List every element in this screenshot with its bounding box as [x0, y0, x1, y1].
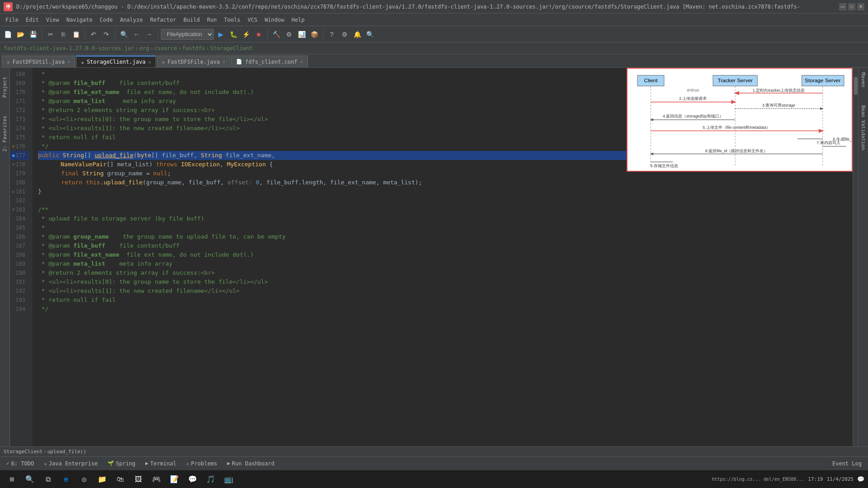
edge-browser[interactable]: e — [58, 472, 74, 487]
code-line-181: } — [38, 187, 853, 196]
toolbar-notifications[interactable]: 🔔 — [351, 28, 363, 40]
close-button[interactable]: ✕ — [857, 3, 864, 10]
tab-fdfs-conf-close[interactable]: ✕ — [300, 59, 303, 64]
maximize-button[interactable]: □ — [848, 3, 855, 10]
breadcrumb-storageclient[interactable]: StorageClient — [210, 45, 253, 52]
search-taskbar-icon: 🔍 — [25, 475, 34, 484]
toolbar-new[interactable]: 📄 — [2, 28, 14, 40]
menu-analyze[interactable]: Analyze — [116, 15, 146, 25]
breadcrumb-org[interactable]: org — [139, 45, 149, 52]
toolbar-profile[interactable]: ⚡ — [240, 28, 252, 40]
bottom-tab-spring[interactable]: 🌱 Spring — [103, 458, 140, 469]
bottom-tab-java-enterprise[interactable]: ☕ Java Enterprise — [39, 458, 102, 469]
toolbar-search2[interactable]: 🔍 — [364, 28, 376, 40]
minimize-button[interactable]: — — [839, 3, 846, 10]
code-content[interactable]: * * @param file_buff file content/buff *… — [33, 68, 853, 446]
toolbar-settings[interactable]: ⚙ — [339, 28, 350, 40]
menu-edit[interactable]: Edit — [22, 15, 42, 25]
toolbar-build2[interactable]: 🔨 — [270, 28, 282, 40]
toolbar-back[interactable]: ← — [131, 28, 142, 40]
taskbar-search[interactable]: 🔍 — [22, 472, 38, 487]
toolbar-find[interactable]: 🔍 — [118, 28, 130, 40]
bottom-tab-problems[interactable]: ⚠ Problems — [182, 458, 222, 469]
store-app[interactable]: 🛍 — [112, 472, 128, 487]
menu-navigate[interactable]: Navigate — [63, 15, 96, 25]
svg-text:9.存储文件信息: 9.存储文件信息 — [650, 164, 678, 168]
toolbar-help1[interactable]: ? — [326, 28, 338, 40]
toolbar: 📄 📂 💾 ✂ ⎘ 📋 ↶ ↷ 🔍 ← → FileApplication ▶ … — [0, 26, 868, 42]
menu-file[interactable]: File — [2, 15, 22, 25]
toolbar-more2[interactable]: 📊 — [296, 28, 307, 40]
code-line-191: * <ul><li>results[0]: the group name to … — [38, 277, 853, 286]
bc-storageclient[interactable]: StorageClient — [4, 449, 42, 455]
bean-validation-toggle[interactable]: Bean Validation — [860, 105, 866, 150]
tab-fastdfsutil-close[interactable]: ✕ — [67, 59, 70, 64]
file-explorer[interactable]: 📁 — [94, 472, 110, 487]
toolbar-undo[interactable]: ↶ — [88, 28, 99, 40]
toolbar-save[interactable]: 💾 — [27, 28, 39, 40]
bottom-tab-run-dashboard[interactable]: ▶ Run Dashboard — [222, 458, 279, 469]
menu-run[interactable]: Run — [203, 15, 221, 25]
run-config-dropdown[interactable]: FileApplication — [161, 29, 214, 40]
editor[interactable]: 168 169 170 171 172 173 174 175 — [10, 68, 868, 446]
app-5[interactable]: 📺 — [221, 472, 237, 487]
app3-icon: 💬 — [188, 475, 197, 484]
app-2[interactable]: 📝 — [166, 472, 183, 487]
taskbar-time[interactable]: 17:19 — [808, 476, 823, 482]
tab-java-icon2: ☕ — [81, 59, 84, 65]
menu-code[interactable]: Code — [96, 15, 117, 25]
bc-method[interactable]: upload_file() — [47, 449, 86, 455]
menu-build[interactable]: Build — [180, 15, 203, 25]
tab-fastdfsfile-close[interactable]: ✕ — [222, 59, 225, 64]
toolbar-copy[interactable]: ⎘ — [57, 28, 69, 40]
breadcrumb-jar[interactable]: fastdfs-client-java-1.27.0.0-sources.jar — [4, 45, 134, 52]
notification-center[interactable]: 💬 — [857, 476, 864, 483]
start-button[interactable]: ⊞ — [4, 472, 20, 487]
toolbar-stop[interactable]: ■ — [253, 28, 264, 40]
project-panel-toggle[interactable]: Project — [2, 77, 8, 98]
toolbar-forward[interactable]: → — [143, 28, 155, 40]
toolbar-debug[interactable]: 🐛 — [227, 28, 239, 40]
menu-window[interactable]: Window — [261, 15, 288, 25]
toolbar-open[interactable]: 📂 — [14, 28, 26, 40]
tab-storageclient-close[interactable]: ✕ — [148, 60, 151, 65]
toolbar-redo[interactable]: ↷ — [100, 28, 112, 40]
menu-vcs[interactable]: VCS — [244, 15, 261, 25]
menu-tools[interactable]: Tools — [221, 15, 244, 25]
app-4[interactable]: 🎵 — [203, 472, 219, 487]
menu-view[interactable]: View — [42, 15, 63, 25]
code-line-185: * — [38, 223, 853, 232]
toolbar-sep3 — [115, 30, 115, 39]
window-controls[interactable]: — □ ✕ — [839, 3, 864, 10]
event-log-button[interactable]: Event Log — [828, 458, 866, 469]
tab-fastdfsutil[interactable]: ☕ FastDFSUtil.java ✕ — [2, 56, 75, 67]
toolbar-more3[interactable]: 📦 — [308, 28, 320, 40]
app-1[interactable]: 🎮 — [148, 472, 165, 487]
taskbar-date[interactable]: 11/4/2025 — [826, 476, 854, 482]
tab-fdfs-conf[interactable]: 📄 fdfs_client.conf ✕ — [231, 56, 308, 67]
toolbar-sep1 — [42, 30, 42, 39]
toolbar-paste[interactable]: 📋 — [70, 28, 82, 40]
breadcrumb-csource[interactable]: csource — [154, 45, 177, 52]
toolbar-cut[interactable]: ✂ — [45, 28, 57, 40]
maven-panel-toggle[interactable]: Maven — [860, 72, 866, 87]
tab-storageclient[interactable]: ☕ StorageClient.java ✕ — [76, 56, 156, 67]
menu-help[interactable]: Help — [288, 15, 308, 25]
menu-refactor[interactable]: Refactor — [146, 15, 180, 25]
code-line-184: * upload file to storage server (by file… — [38, 214, 853, 223]
toolbar-more1[interactable]: ⚙ — [283, 28, 295, 40]
bottom-tab-terminal[interactable]: ▶ Terminal — [141, 458, 181, 469]
scrollbar-vertical[interactable] — [853, 68, 858, 446]
task-view[interactable]: ⧉ — [40, 472, 56, 487]
event-log-label: Event Log — [832, 460, 862, 467]
scrollbar-thumb[interactable] — [854, 77, 858, 95]
bottom-tab-todo[interactable]: ✓ 6: TODO — [2, 458, 38, 469]
toolbar-run[interactable]: ▶ — [215, 28, 226, 40]
photos-app[interactable]: 🖼 — [130, 472, 146, 487]
favorites-panel-toggle[interactable]: 2: Favorites — [2, 116, 8, 151]
tab-fastdfsfile[interactable]: ☕ FastDFSFile.java ✕ — [157, 56, 230, 67]
terminal-icon: ▶ — [146, 460, 149, 466]
breadcrumb-fastdfs[interactable]: fastdfs — [182, 45, 205, 52]
app-3[interactable]: 💬 — [184, 472, 201, 487]
chrome-browser[interactable]: ◎ — [76, 472, 92, 487]
